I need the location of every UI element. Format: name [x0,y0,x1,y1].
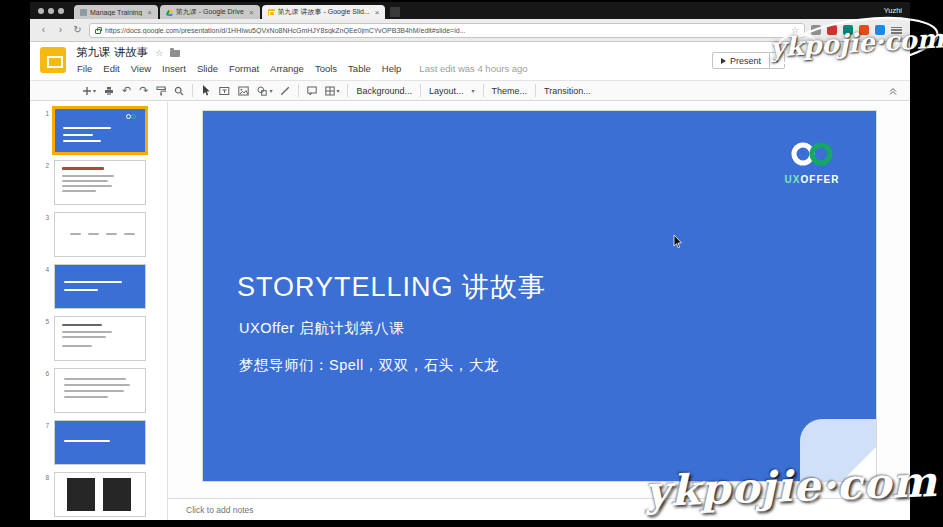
undo-icon[interactable]: ↶ [122,85,131,96]
reload-button[interactable]: ↻ [72,25,83,35]
slide-thumbnail-4[interactable]: 4 [30,264,167,309]
speaker-notes-area[interactable]: Click to add notes [168,498,910,520]
back-button[interactable]: ‹ [38,25,49,35]
folded-corner-shape [800,419,876,481]
notes-placeholder: Click to add notes [186,505,254,515]
edit-toolbar: ▾ ↶ ↷ ▾ [30,80,910,101]
thumb-dash [88,233,99,235]
tab-manage-training[interactable]: Manage Training × [74,5,158,19]
new-slide-button[interactable]: ▾ [82,86,96,96]
insert-image-icon[interactable] [238,86,249,96]
window-controls[interactable] [38,8,64,14]
profile-name: Yuzhi [884,6,910,15]
select-cursor-icon[interactable] [201,85,211,96]
address-bar[interactable]: https://docs.google.com/presentation/d/1… [89,23,805,38]
forward-button[interactable]: › [55,25,66,35]
browser-menu-icon[interactable] [891,26,902,35]
thumb-line [62,185,112,187]
slide-title[interactable]: STORYTELLING 讲故事 [237,269,546,305]
menu-format[interactable]: Format [229,63,259,74]
print-icon[interactable] [104,86,114,96]
slide-thumbnail-8[interactable]: 8 [30,472,167,517]
extension-icon-blue[interactable] [875,25,885,35]
slide-thumbnail-1[interactable]: 1 [30,108,167,153]
transition-button[interactable]: Transition... [544,86,591,96]
slide-thumbnail-5[interactable]: 5 [30,316,167,361]
collapse-menus-icon[interactable] [888,86,898,96]
tab-bar: Manage Training × 第九课 - Google Drive × 第… [30,2,910,19]
document-title[interactable]: 第九课 讲故事 [76,45,148,60]
slide-number: 8 [30,472,54,481]
thumb-line [62,345,92,347]
layout-button[interactable]: Layout... [429,86,464,96]
text-box-icon[interactable] [219,86,230,96]
tab-favicon [80,9,87,16]
toolbar-separator [298,84,299,97]
toolbar-separator [535,84,536,97]
menu-edit[interactable]: Edit [103,63,119,74]
new-slide-dropdown-icon[interactable]: ▾ [93,87,96,94]
menu-help[interactable]: Help [382,63,402,74]
thumbnail-preview [54,108,146,153]
slide-subtitle[interactable]: UXOffer 启航计划第八课 [239,319,404,338]
menu-insert[interactable]: Insert [162,63,186,74]
tab-label: 第九课 - Google Drive [176,7,244,17]
extension-icon-orange[interactable] [859,25,869,35]
menu-view[interactable]: View [131,63,151,74]
video-frame: Manage Training × 第九课 - Google Drive × 第… [0,0,943,527]
present-group: Present ▼ [712,52,785,69]
extension-icon-gray[interactable] [811,25,821,35]
table-dropdown-icon[interactable]: ▾ [336,87,339,94]
menu-arrange[interactable]: Arrange [270,63,304,74]
tab-close-icon[interactable]: × [249,8,254,17]
insert-line-icon[interactable] [280,86,290,96]
current-slide[interactable]: UXOFFER STORYTELLING 讲故事 UXOffer 启航计划第八课… [203,111,876,481]
bookmark-star-icon[interactable]: ☆ [791,25,799,35]
slide-filmstrip: 1 2 3 [30,102,168,520]
thumb-photo [103,478,131,511]
insert-shape-icon[interactable]: ▾ [257,86,272,96]
thumb-dash [124,233,135,235]
zoom-icon[interactable] [174,86,184,96]
shape-dropdown-icon[interactable]: ▾ [269,87,272,94]
thumbnail-preview [54,212,146,257]
thumb-dash [70,233,81,235]
slide-thumbnail-6[interactable]: 6 [30,368,167,413]
tab-close-icon[interactable]: × [147,8,152,17]
layout-dropdown-icon[interactable]: ▾ [472,87,475,94]
thumbnail-preview [54,472,146,517]
slide-presenters[interactable]: 梦想导师们：Spell，双双，石头，大龙 [239,356,499,375]
last-edit-status[interactable]: Last edit was 4 hours ago [419,63,527,74]
extension-icon-red[interactable] [827,25,837,35]
present-dropdown-button[interactable]: ▼ [770,52,785,69]
comment-icon[interactable] [307,86,317,96]
theme-button[interactable]: Theme... [492,86,528,96]
tab-google-drive[interactable]: 第九课 - Google Drive × [160,5,260,19]
thumb-photo [67,478,95,511]
menu-table[interactable]: Table [348,63,371,74]
menu-file[interactable]: File [77,63,92,74]
background-button[interactable]: Background... [356,86,412,96]
thumb-line [62,324,102,326]
tab-label: 第九课 讲故事 - Google Slid... [278,7,370,17]
slide-thumbnail-3[interactable]: 3 [30,212,167,257]
new-tab-button[interactable] [390,7,400,17]
paint-format-icon[interactable] [156,86,166,96]
toolbar-separator [483,84,484,97]
folder-icon[interactable] [170,50,180,57]
slides-logo-icon[interactable] [40,47,66,73]
extension-icon-teal[interactable] [843,25,853,35]
redo-icon[interactable]: ↷ [139,85,148,96]
thumb-line [62,331,112,333]
menu-tools[interactable]: Tools [315,63,337,74]
thumb-line [64,390,124,392]
tab-close-icon[interactable]: × [375,8,380,17]
present-button[interactable]: Present [712,52,770,69]
slide-thumbnail-7[interactable]: 7 [30,420,167,465]
table-grid-icon[interactable]: ▾ [325,86,339,96]
star-icon[interactable]: ☆ [155,48,163,58]
tab-slides-active[interactable]: 第九课 讲故事 - Google Slid... × [262,5,386,19]
menu-slide[interactable]: Slide [197,63,218,74]
slide-thumbnail-2[interactable]: 2 [30,160,167,205]
browser-toolbar: ‹ › ↻ https://docs.google.com/presentati… [30,19,910,42]
